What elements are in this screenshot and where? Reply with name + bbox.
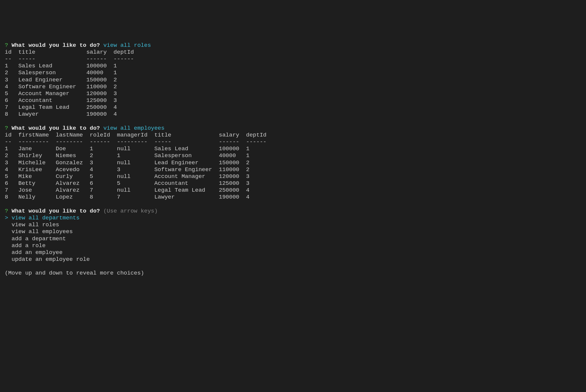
menu-pointer-icon: > (5, 215, 8, 221)
prompt-marker-icon: ? (5, 42, 8, 49)
prompt-answer-employees: view all employees (103, 125, 165, 131)
prompt-question: What would you like to do? (12, 125, 100, 131)
move-hint: (Move up and down to reveal more choices… (5, 270, 144, 276)
prompt-question: What would you like to do? (12, 42, 100, 49)
terminal-output[interactable]: ? What would you like to do? view all ro… (5, 42, 581, 277)
menu-option[interactable]: add an employee (12, 249, 63, 256)
prompt-question: What would you like to do? (12, 208, 100, 214)
prompt-marker-icon: ? (5, 208, 8, 214)
arrow-keys-hint: (Use arrow keys) (103, 208, 158, 214)
menu-list[interactable]: > view all departments view all roles vi… (5, 215, 90, 263)
menu-option[interactable]: update an employee role (12, 256, 90, 263)
menu-option[interactable]: view all employees (12, 228, 73, 235)
menu-option[interactable]: add a department (12, 235, 66, 242)
prompt-marker-icon: ? (5, 125, 8, 131)
menu-option[interactable]: view all roles (12, 221, 59, 228)
menu-option[interactable]: add a role (12, 242, 46, 249)
prompt-answer-roles: view all roles (103, 42, 151, 49)
menu-option-selected[interactable]: view all departments (12, 215, 80, 221)
roles-table: id title salary deptId -- ----- ------ -… (5, 49, 134, 118)
employees-table: id firstName lastName roleId managerId t… (5, 132, 266, 201)
